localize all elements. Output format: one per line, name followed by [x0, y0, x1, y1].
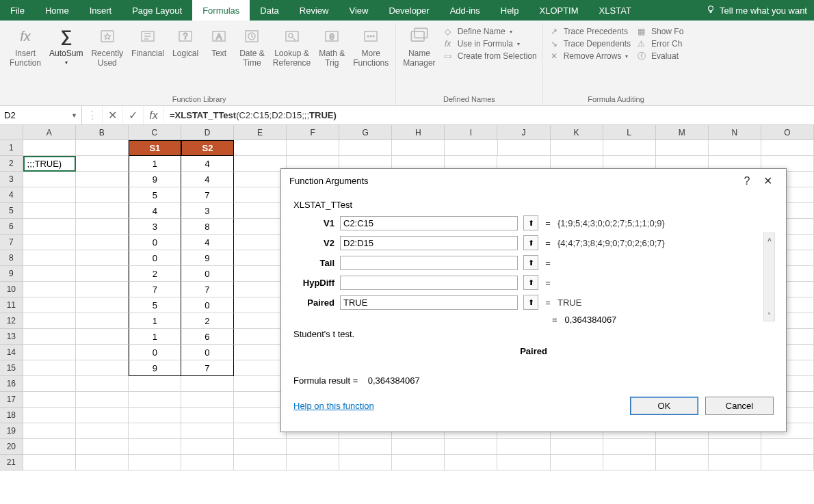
cell-D13[interactable]: 6	[181, 329, 234, 345]
show-formulas-button[interactable]: ▦Show Fo	[636, 26, 683, 37]
cell-C15[interactable]: 9	[129, 360, 181, 376]
tab-page-layout[interactable]: Page Layout	[122, 0, 192, 21]
cell-E18[interactable]	[234, 408, 287, 423]
cell-A8[interactable]	[23, 250, 76, 266]
cell-O21[interactable]	[761, 455, 814, 470]
cell-B6[interactable]	[76, 219, 129, 235]
cell-A18[interactable]	[23, 408, 76, 423]
row-header-21[interactable]: 21	[0, 455, 23, 470]
cell-C16[interactable]	[129, 376, 181, 392]
cell-C12[interactable]: 1	[129, 313, 181, 329]
accept-formula-button[interactable]: ✓	[123, 106, 144, 124]
cell-D4[interactable]: 7	[181, 187, 234, 203]
cell-A12[interactable]	[23, 313, 76, 329]
cell-D14[interactable]: 0	[181, 345, 234, 360]
cell-B13[interactable]	[76, 329, 129, 345]
cell-F20[interactable]	[287, 439, 339, 455]
cell-D16[interactable]	[181, 376, 234, 392]
cell-J20[interactable]	[497, 439, 550, 455]
cell-B19[interactable]	[76, 423, 129, 439]
cell-B9[interactable]	[76, 266, 129, 282]
cell-D12[interactable]: 2	[181, 313, 234, 329]
scroll-down-icon[interactable]: ˅	[764, 310, 774, 321]
name-box[interactable]: ▼	[0, 106, 82, 124]
row-header-7[interactable]: 7	[0, 235, 23, 250]
cell-L21[interactable]	[603, 455, 656, 470]
arg-input-tail[interactable]	[340, 256, 518, 270]
cell-K21[interactable]	[551, 455, 603, 470]
col-header-J[interactable]: J	[497, 125, 550, 140]
tab-addins[interactable]: Add-ins	[440, 0, 490, 21]
col-header-B[interactable]: B	[76, 125, 129, 140]
row-header-14[interactable]: 14	[0, 345, 23, 360]
row-header-8[interactable]: 8	[0, 250, 23, 266]
cell-A11[interactable]	[23, 297, 76, 313]
cell-E1[interactable]	[234, 140, 287, 156]
cell-E10[interactable]	[234, 282, 287, 297]
cell-D9[interactable]: 0	[181, 266, 234, 282]
cell-E7[interactable]	[234, 235, 287, 250]
cell-I1[interactable]	[445, 140, 497, 156]
cell-C7[interactable]: 0	[129, 235, 181, 250]
cell-A6[interactable]	[23, 219, 76, 235]
cell-M1[interactable]	[656, 140, 709, 156]
select-all-corner[interactable]	[0, 125, 23, 140]
cell-E3[interactable]	[234, 172, 287, 187]
cell-B4[interactable]	[76, 187, 129, 203]
cell-A17[interactable]	[23, 392, 76, 408]
evaluate-formula-button[interactable]: ⓕEvaluat	[636, 51, 683, 62]
remove-arrows-button[interactable]: ✕Remove Arrows ▾	[549, 51, 631, 62]
cell-A4[interactable]	[23, 187, 76, 203]
close-button[interactable]: ✕	[757, 174, 778, 187]
cell-E2[interactable]	[234, 156, 287, 172]
chevron-down-icon[interactable]: ▼	[71, 112, 77, 119]
row-header-11[interactable]: 11	[0, 297, 23, 313]
scroll-up-icon[interactable]: ʌ	[764, 233, 774, 244]
col-header-D[interactable]: D	[181, 125, 234, 140]
cell-C14[interactable]: 0	[129, 345, 181, 360]
row-header-6[interactable]: 6	[0, 219, 23, 235]
cell-F21[interactable]	[287, 455, 339, 470]
cell-C19[interactable]	[129, 423, 181, 439]
cell-D10[interactable]: 7	[181, 282, 234, 297]
autosum-button[interactable]: ∑ AutoSum ▾	[45, 23, 87, 68]
cancel-formula-button[interactable]: ✕	[103, 106, 123, 124]
cell-D6[interactable]: 8	[181, 219, 234, 235]
dialog-titlebar[interactable]: Function Arguments ? ✕	[281, 169, 786, 193]
cell-B2[interactable]	[76, 156, 129, 172]
row-header-10[interactable]: 10	[0, 282, 23, 297]
row-header-5[interactable]: 5	[0, 203, 23, 219]
arg-input-v2[interactable]	[340, 236, 518, 250]
recently-used-button[interactable]: Recently Used	[87, 23, 127, 70]
help-on-function-link[interactable]: Help on this function	[293, 401, 374, 411]
cell-A21[interactable]	[23, 455, 76, 470]
cell-I21[interactable]	[445, 455, 497, 470]
range-select-button[interactable]: ⬆	[523, 255, 538, 270]
cell-I20[interactable]	[445, 439, 497, 455]
tab-formulas[interactable]: Formulas	[192, 0, 250, 21]
cell-D3[interactable]: 4	[181, 172, 234, 187]
cell-E19[interactable]	[234, 423, 287, 439]
cell-E16[interactable]	[234, 376, 287, 392]
arg-input-v1[interactable]	[340, 216, 518, 230]
cell-D8[interactable]: 9	[181, 250, 234, 266]
cell-G1[interactable]	[339, 140, 392, 156]
cell-E12[interactable]	[234, 313, 287, 329]
cell-C4[interactable]: 5	[129, 187, 181, 203]
cell-B18[interactable]	[76, 408, 129, 423]
cell-C1[interactable]: S1	[129, 140, 181, 156]
cell-C10[interactable]: 7	[129, 282, 181, 297]
cell-D17[interactable]	[181, 392, 234, 408]
col-header-M[interactable]: M	[656, 125, 709, 140]
cell-B15[interactable]	[76, 360, 129, 376]
arg-input-hypdiff[interactable]	[340, 276, 518, 290]
col-header-K[interactable]: K	[551, 125, 603, 140]
cell-A2[interactable]: ;;;TRUE)	[23, 156, 76, 172]
formula-input[interactable]: =XLSTAT_TTest(C2:C15;D2:D15;;;TRUE)	[164, 106, 814, 124]
cell-M21[interactable]	[656, 455, 709, 470]
logical-button[interactable]: ? Logical	[168, 23, 202, 60]
tab-xloptim[interactable]: XLOPTIM	[529, 0, 589, 21]
cell-C3[interactable]: 9	[129, 172, 181, 187]
cell-E20[interactable]	[234, 439, 287, 455]
help-button[interactable]: ?	[737, 175, 757, 187]
